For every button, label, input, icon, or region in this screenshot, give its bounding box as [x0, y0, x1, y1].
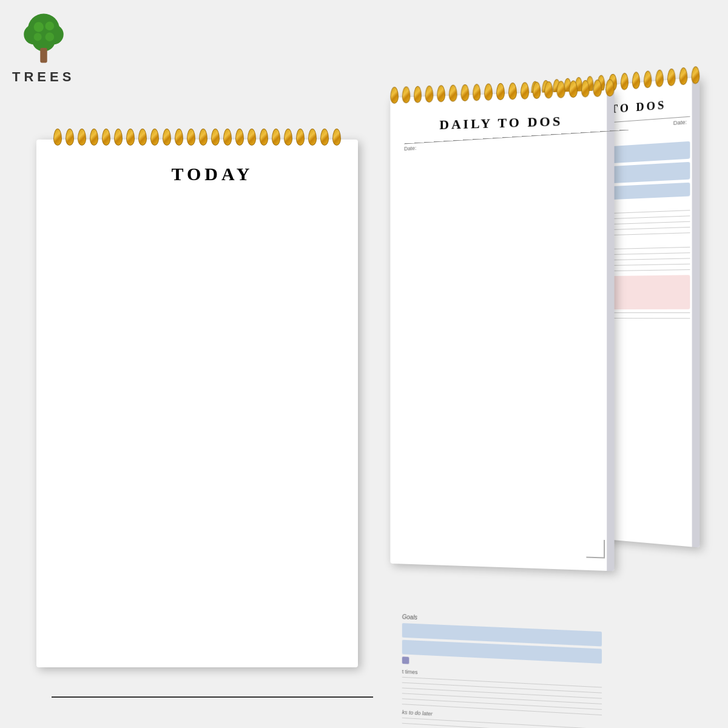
scene: TREES DAILY TO DOS Date: 's Goals ant ti… [0, 0, 728, 728]
tree-icon [16, 12, 71, 67]
notebook-front: TODAY Date: TOP THREE SCHEDULE 6 7 8 [36, 140, 358, 667]
svg-point-7 [45, 33, 54, 42]
nb2-title: DAILY TO DOS [402, 112, 602, 134]
svg-point-5 [45, 22, 54, 31]
nb2-corner [586, 539, 605, 558]
nb1-content: TODAY Date: TOP THREE SCHEDULE 6 7 8 [36, 140, 358, 728]
nb1-date-row: Date: [52, 696, 373, 728]
nb2-goals-section: Goals [402, 613, 602, 673]
nb3-side [692, 77, 700, 547]
svg-rect-8 [40, 48, 47, 63]
logo: TREES [12, 12, 75, 85]
nb2-content: DAILY TO DOS Date: Goals t times ks to d… [390, 90, 614, 728]
svg-point-4 [33, 22, 43, 32]
nb2-date-label: Date: [404, 145, 416, 604]
nb2-purple-block [402, 656, 410, 664]
nb1-title: TODAY [52, 164, 373, 692]
svg-point-6 [33, 33, 41, 41]
logo-text: TREES [12, 69, 75, 85]
nb2-tl4 [402, 693, 602, 704]
nb1-spiral [36, 129, 358, 147]
nb2-tl3 [402, 688, 602, 699]
nb2-tl2 [402, 682, 602, 693]
nb2-tl5 [402, 698, 602, 710]
notebook-middle: DAILY TO DOS Date: Goals t times ks to d… [390, 90, 614, 571]
